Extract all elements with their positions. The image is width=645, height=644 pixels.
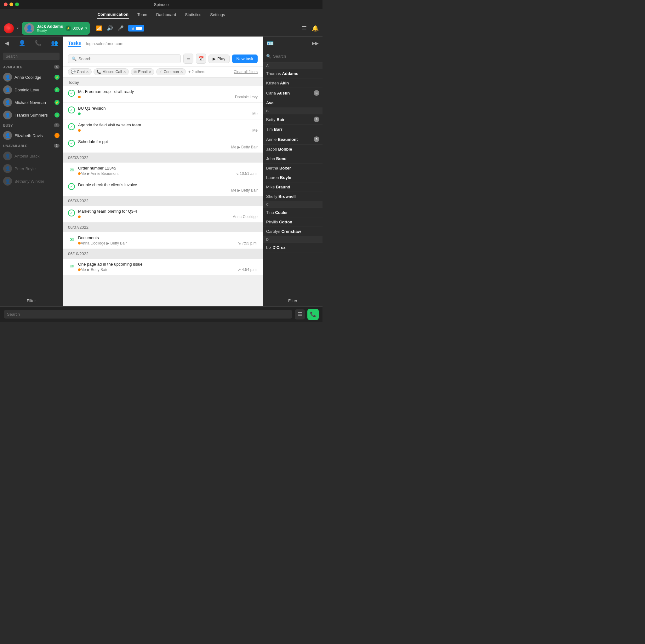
mic-icon[interactable]: 🎤 xyxy=(118,25,124,31)
task-item-one-page-ad[interactable]: ✉ One page ad in the upcoming issue Me ▶… xyxy=(63,259,263,275)
agent-item-antonia[interactable]: 👤 Antonia Black xyxy=(0,150,63,162)
task-item-double-check[interactable]: ✓ Double check the client's invoice Me ▶… xyxy=(63,179,263,196)
right-search-input[interactable] xyxy=(273,54,322,58)
contact-name: John Bond xyxy=(266,156,319,161)
bethany-name: Bethany Winkler xyxy=(14,179,59,184)
common-chip-close[interactable]: ✕ xyxy=(180,70,183,74)
contact-lauren-boyle[interactable]: Lauren Boyle xyxy=(263,173,322,182)
company-logo: ● xyxy=(4,23,14,33)
contact-tim-barr[interactable]: Tim Barr xyxy=(263,125,322,134)
common-chip-label: Common xyxy=(164,69,179,74)
contact-ava[interactable]: Ava xyxy=(263,98,322,108)
task-item-marketing[interactable]: ✓ Marketing team briefing for Q3-4 Anna … xyxy=(63,206,263,222)
bottom-call-button[interactable]: 📞 xyxy=(307,309,319,320)
priority-dot xyxy=(78,215,81,218)
contact-liz-dcruz[interactable]: Liz D'Cruz xyxy=(263,243,322,253)
contact-shelly-brownell[interactable]: Shelly Brownell xyxy=(263,192,322,201)
agent-item-bethany[interactable]: 👤 Bethany Winkler xyxy=(0,175,63,187)
list-view-button[interactable]: ☰ xyxy=(183,53,193,64)
missed-call-chip-icon: 📞 xyxy=(96,69,101,74)
contact-mike-braund[interactable]: Mike Braund xyxy=(263,182,322,192)
agent-profile-button[interactable]: 👤 Jack Addams Ready ⚡ 00:09 ▾ xyxy=(22,22,90,35)
date-section-060222: 06/02/2022 xyxy=(63,153,263,163)
contact-betty-bair[interactable]: Betty Bair S xyxy=(263,114,322,125)
task-item-agenda[interactable]: ✓ Agenda for field visit w/ sales team M… xyxy=(63,119,263,136)
nav-statistics[interactable]: Statistics xyxy=(184,11,202,18)
task-item-order[interactable]: ✉ Order number 12345 Me ▶ Annie Beaumont… xyxy=(63,163,263,179)
logo-dropdown[interactable]: ▾ xyxy=(17,26,19,30)
bottom-search-input[interactable] xyxy=(4,310,292,319)
tasks-tab[interactable]: Tasks xyxy=(68,40,81,47)
contact-kristen-akin[interactable]: Kristen Akin xyxy=(263,78,322,88)
right-filter-button[interactable]: Filter xyxy=(263,295,322,306)
speaker-icon[interactable]: 🔊 xyxy=(107,25,113,31)
close-button[interactable] xyxy=(4,3,8,6)
filter-chip-missed-call[interactable]: 📞 Missed Call ✕ xyxy=(93,68,129,75)
task-check-icon: ✓ xyxy=(68,140,75,147)
contact-john-bond[interactable]: John Bond xyxy=(263,154,322,164)
email-chip-close[interactable]: ✕ xyxy=(149,70,152,74)
person-icon[interactable]: 👤 xyxy=(19,40,25,47)
screen-toggle xyxy=(136,27,142,30)
new-task-button[interactable]: New task xyxy=(232,54,258,63)
play-button[interactable]: ▶ Play xyxy=(209,54,229,63)
agent-item-anna[interactable]: 👤 Anna Coolidge ⚡ xyxy=(0,71,63,84)
list-icon[interactable]: ☰ xyxy=(302,25,307,32)
priority-dot xyxy=(78,269,81,271)
nav-team[interactable]: Team xyxy=(137,11,148,18)
maximize-button[interactable] xyxy=(15,3,19,6)
clear-filters-button[interactable]: Clear all filters xyxy=(234,69,258,74)
task-title: BU Q1 revision xyxy=(78,106,258,111)
timer-dropdown[interactable]: ▾ xyxy=(85,26,87,30)
date-section-060722: 06/07/2022 xyxy=(63,222,263,232)
task-item-documents[interactable]: ✉ Documents Anna Coolidge ▶ Betty Bair ↘… xyxy=(63,232,263,249)
filter-chip-chat[interactable]: 💬 Chat ✕ xyxy=(68,68,92,75)
contact-bertha-boxer[interactable]: Bertha Boxer xyxy=(263,164,322,173)
agent-item-franklin[interactable]: 👤 Franklin Summers ⚡ xyxy=(0,109,63,121)
nav-communication[interactable]: Communication xyxy=(97,11,129,19)
filter-chip-email[interactable]: ✉ Email ✕ xyxy=(131,68,154,75)
contact-annie-beaumont[interactable]: Annie Beaumont S xyxy=(263,134,322,145)
task-meta: Me xyxy=(78,112,258,116)
contact-thomas-addams[interactable]: Thomas Addams xyxy=(263,69,322,78)
right-search-bar: 🔍 + xyxy=(263,50,322,62)
bottom-list-icon[interactable]: ☰ xyxy=(295,309,305,319)
bell-icon[interactable]: 🔔 xyxy=(312,25,319,32)
anna-name: Anna Coolidge xyxy=(14,75,52,80)
tasks-panel: Tasks login.salesforce.com 🔍 ☰ 📅 ▶ Play … xyxy=(63,36,263,306)
contact-tina-coaler[interactable]: Tina Coaler xyxy=(263,208,322,217)
contact-name: Jacob Bobble xyxy=(266,147,319,152)
contact-name: Shelly Brownell xyxy=(266,194,319,199)
minimize-button[interactable] xyxy=(9,3,13,6)
agent-item-michael[interactable]: 👤 Michael Newman ⚡ xyxy=(0,96,63,109)
back-icon[interactable]: ◀ xyxy=(5,40,9,47)
contact-carla-austin[interactable]: Carla Austin S xyxy=(263,88,322,98)
chat-chip-close[interactable]: ✕ xyxy=(86,70,89,74)
task-time: ↗ 4:54 p.m. xyxy=(238,268,258,272)
task-item-bu-q1[interactable]: ✓ BU Q1 revision Me xyxy=(63,103,263,119)
missed-call-chip-close[interactable]: ✕ xyxy=(123,70,126,74)
filter-chip-common[interactable]: ✓ Common ✕ xyxy=(156,68,186,75)
contact-phyllis-cotton[interactable]: Phyllis Cotton xyxy=(263,217,322,227)
sidebar-filter-button[interactable]: Filter xyxy=(0,295,63,306)
tasks-search-input[interactable] xyxy=(78,56,177,61)
agent-item-peter[interactable]: 👤 Peter Boyle xyxy=(0,162,63,175)
task-item-freeman[interactable]: ✓ Mr. Freeman prop - draft ready Dominic… xyxy=(63,86,263,103)
calendar-view-button[interactable]: 📅 xyxy=(196,53,206,64)
email-chip-icon: ✉ xyxy=(134,69,137,74)
task-meta: Me ▶ Annie Beaumont ↘ 10:51 a.m. xyxy=(78,171,258,176)
phone-icon[interactable]: 📞 xyxy=(35,40,42,47)
group-icon[interactable]: 👥 xyxy=(51,40,58,47)
contact-jacob-bobble[interactable]: Jacob Bobble xyxy=(263,145,322,154)
screen-share-button[interactable]: 🖥 xyxy=(128,25,144,31)
contact-card-icon[interactable]: 🪪 xyxy=(267,40,274,47)
contact-carolyn-crenshaw[interactable]: Carolyn Crenshaw xyxy=(263,227,322,236)
sidebar-search-input[interactable] xyxy=(3,53,59,60)
tasks-salesforce-link[interactable]: login.salesforce.com xyxy=(86,41,124,46)
task-item-schedule-ppt[interactable]: ✓ Schedule for ppt Me ▶ Betty Bair xyxy=(63,136,263,153)
nav-dashboard[interactable]: Dashboard xyxy=(156,11,177,18)
task-content: Documents Anna Coolidge ▶ Betty Bair ↘ 7… xyxy=(78,235,258,246)
nav-settings[interactable]: Settings xyxy=(209,11,225,18)
agent-item-elizabeth[interactable]: 👤 Elizabeth Davis ! xyxy=(0,129,63,142)
agent-item-dominic[interactable]: 👤 Dominic Levy ⚡ xyxy=(0,84,63,96)
